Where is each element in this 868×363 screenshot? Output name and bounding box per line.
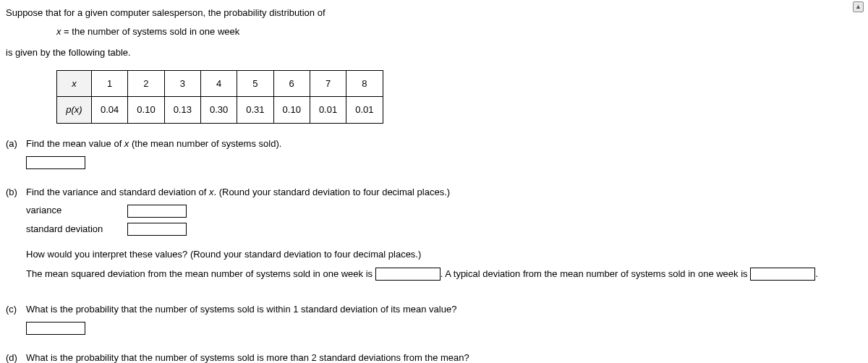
cell: 0.10 xyxy=(273,97,310,124)
text: Find the mean value of xyxy=(26,138,124,149)
part-b-label: (b) xyxy=(6,185,26,200)
cell: 0.01 xyxy=(310,97,346,124)
cell: 0.31 xyxy=(237,97,273,124)
part-c-question: What is the probability that the number … xyxy=(26,302,868,317)
cell: 7 xyxy=(310,70,346,97)
table-row: p(x) 0.04 0.10 0.13 0.30 0.31 0.10 0.01 … xyxy=(57,97,383,124)
prob-within-1sd-input[interactable] xyxy=(26,322,85,335)
intro-text-2: is given by the following table. xyxy=(6,46,868,60)
row1-header: x xyxy=(57,70,92,97)
part-b-question: Find the variance and standard deviation… xyxy=(26,185,868,200)
cell: 5 xyxy=(237,70,273,97)
cell: 2 xyxy=(128,70,164,97)
cell: 0.04 xyxy=(92,97,128,124)
variance-input[interactable] xyxy=(127,205,187,218)
part-a: (a) Find the mean value of x (the mean n… xyxy=(6,137,868,169)
mean-sq-dev-input[interactable] xyxy=(375,268,441,281)
typical-dev-input[interactable] xyxy=(750,268,815,281)
x-definition: x = the number of systems sold in one we… xyxy=(6,25,868,39)
cell: 0.13 xyxy=(164,97,200,124)
scroll-up-button[interactable]: ▲ xyxy=(853,1,864,12)
x-def-text: = the number of systems sold in one week xyxy=(61,26,240,37)
part-c: (c) What is the probability that the num… xyxy=(6,302,868,335)
table-row: x 1 2 3 4 5 6 7 8 xyxy=(57,70,383,97)
text: . (Round your standard deviation to four… xyxy=(213,187,450,197)
part-d-question: What is the probability that the number … xyxy=(26,351,868,363)
variance-label: variance xyxy=(26,203,127,218)
text: . xyxy=(815,268,818,279)
part-a-label: (a) xyxy=(6,137,26,151)
cell: 6 xyxy=(273,70,310,97)
interpret-question: How would you interpret these values? (R… xyxy=(26,247,868,262)
row2-header: p(x) xyxy=(57,97,92,124)
text: (the mean number of systems sold). xyxy=(129,138,281,149)
cell: 3 xyxy=(164,70,200,97)
distribution-table: x 1 2 3 4 5 6 7 8 p(x) 0.04 0.10 0.13 0.… xyxy=(56,70,383,124)
text: Find the variance and standard deviation… xyxy=(26,187,209,197)
cell: 0.10 xyxy=(128,97,164,124)
part-c-label: (c) xyxy=(6,302,26,317)
cell: 0.30 xyxy=(200,97,237,124)
cell: 1 xyxy=(92,70,128,97)
cell: 8 xyxy=(346,70,383,97)
part-d: (d) What is the probability that the num… xyxy=(6,351,868,363)
intro-text-1: Suppose that for a given computer salesp… xyxy=(6,6,868,20)
cell: 0.01 xyxy=(346,97,383,124)
part-a-question: Find the mean value of x (the mean numbe… xyxy=(26,137,868,151)
part-b: (b) Find the variance and standard devia… xyxy=(6,185,868,286)
part-d-label: (d) xyxy=(6,351,26,363)
interpret-sentence: The mean squared deviation from the mean… xyxy=(26,266,868,282)
mean-input[interactable] xyxy=(26,156,85,169)
sd-input[interactable] xyxy=(127,223,187,236)
sd-label: standard deviation xyxy=(26,222,127,236)
text: The mean squared deviation from the mean… xyxy=(26,268,375,279)
cell: 4 xyxy=(200,70,237,97)
text: . A typical deviation from the mean numb… xyxy=(441,268,751,279)
